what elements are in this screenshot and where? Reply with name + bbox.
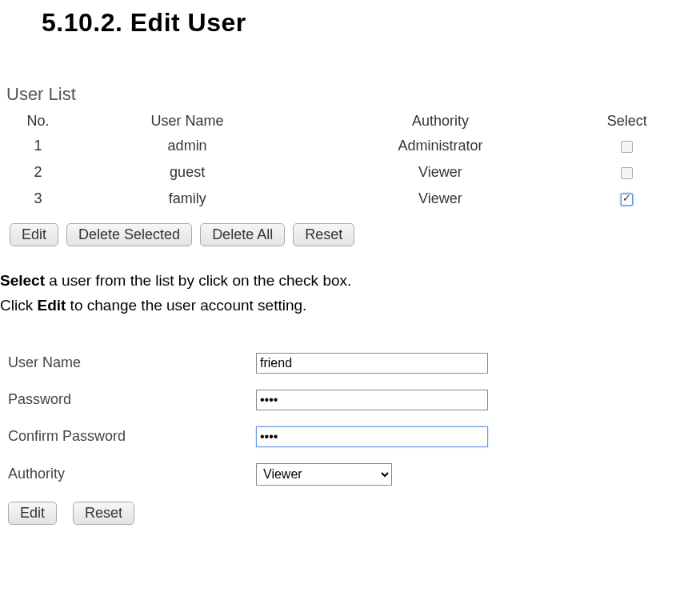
cell-no: 2 [5, 159, 71, 186]
cell-authority: Administrator [303, 133, 577, 159]
instruction-text: to change the user account setting. [66, 297, 306, 314]
user-list-section: User List No. User Name Authority Select… [5, 84, 680, 246]
instruction-bold-select: Select [0, 272, 45, 289]
select-checkbox-3[interactable] [621, 194, 633, 206]
instruction-line-2: Click Edit to change the user account se… [0, 294, 680, 317]
password-input[interactable] [256, 390, 488, 410]
col-select: Select [578, 110, 677, 133]
authority-label: Authority [8, 466, 256, 482]
confirm-password-input[interactable] [256, 426, 488, 447]
instruction-text: a user from the list by click on the che… [45, 272, 351, 289]
username-label: User Name [8, 354, 256, 371]
table-row: 2 guest Viewer [5, 159, 677, 186]
table-row: 3 family Viewer [5, 186, 677, 212]
cell-username: admin [71, 133, 303, 159]
instruction-bold-edit: Edit [37, 297, 66, 314]
form-row-authority: Authority Viewer [8, 463, 680, 486]
form-row-confirm-password: Confirm Password [8, 426, 680, 447]
delete-selected-button[interactable]: Delete Selected [66, 223, 192, 246]
form-row-username: User Name [8, 353, 680, 374]
cell-username: family [71, 186, 303, 212]
instructions: Select a user from the list by click on … [0, 269, 680, 318]
edit-button[interactable]: Edit [10, 223, 58, 246]
form-buttons: Edit Reset [8, 502, 680, 525]
col-no: No. [5, 110, 71, 133]
table-header-row: No. User Name Authority Select [5, 110, 677, 133]
instruction-text: Click [0, 297, 37, 314]
form-edit-button[interactable]: Edit [8, 502, 57, 525]
form-row-password: Password [8, 390, 680, 410]
confirm-password-label: Confirm Password [8, 428, 256, 445]
password-label: Password [8, 391, 256, 408]
delete-all-button[interactable]: Delete All [200, 223, 285, 246]
user-list-title: User List [5, 84, 680, 105]
form-reset-button[interactable]: Reset [73, 502, 134, 525]
col-authority: Authority [303, 110, 577, 133]
authority-select[interactable]: Viewer [256, 463, 392, 486]
col-username: User Name [71, 110, 303, 133]
select-checkbox-2[interactable] [621, 167, 633, 179]
table-row: 1 admin Administrator [5, 133, 677, 159]
select-checkbox-1[interactable] [621, 141, 633, 153]
cell-authority: Viewer [303, 186, 577, 212]
page-heading: 5.10.2. Edit User [0, 0, 680, 38]
user-list-buttons: Edit Delete Selected Delete All Reset [5, 223, 680, 246]
cell-no: 3 [5, 186, 71, 212]
cell-authority: Viewer [303, 159, 577, 186]
instruction-line-1: Select a user from the list by click on … [0, 269, 680, 292]
username-input[interactable] [256, 353, 488, 374]
reset-button[interactable]: Reset [293, 223, 354, 246]
edit-user-form: User Name Password Confirm Password Auth… [8, 353, 680, 525]
cell-username: guest [71, 159, 303, 186]
cell-no: 1 [5, 133, 71, 159]
user-table: No. User Name Authority Select 1 admin A… [5, 110, 677, 212]
